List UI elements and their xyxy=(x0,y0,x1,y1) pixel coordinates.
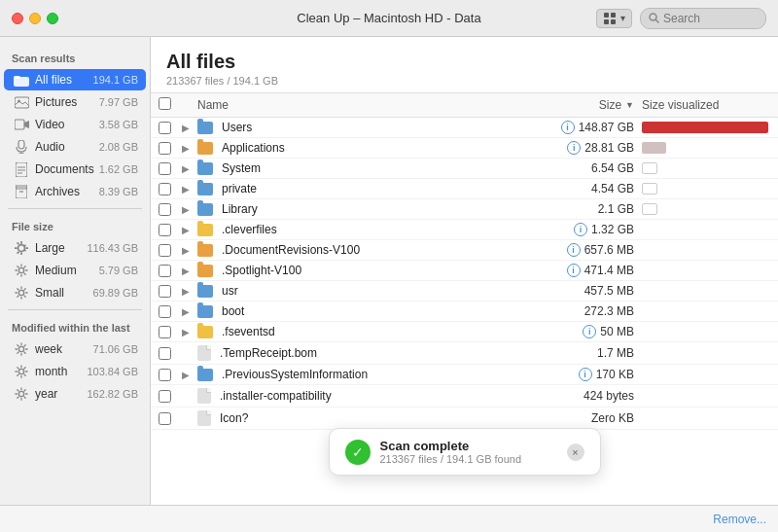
sidebar-size: 7.97 GB xyxy=(99,96,138,108)
row-check[interactable] xyxy=(159,285,182,298)
row-expand[interactable]: ▶ xyxy=(182,286,197,297)
table-row: ▶ Applications i 28.81 GB xyxy=(151,138,778,159)
maximize-button[interactable] xyxy=(47,13,58,24)
sidebar-item-week[interactable]: week 71.06 GB xyxy=(4,338,146,360)
row-checkbox[interactable] xyxy=(159,390,171,403)
sidebar-label: Video xyxy=(35,118,99,131)
toast-close-button[interactable]: × xyxy=(567,443,584,461)
row-checkbox[interactable] xyxy=(159,265,171,277)
check-icon: ✓ xyxy=(345,440,371,465)
row-check[interactable] xyxy=(159,347,182,360)
row-check[interactable] xyxy=(159,122,182,134)
sidebar-item-month[interactable]: month 103.84 GB xyxy=(4,361,146,382)
search-box[interactable] xyxy=(640,8,766,29)
file-size-value: 28.81 GB xyxy=(584,141,634,155)
folder-icon xyxy=(197,162,213,175)
row-checkbox[interactable] xyxy=(159,183,171,195)
vis-bar-outline xyxy=(642,162,657,174)
row-checkbox[interactable] xyxy=(159,369,171,381)
sidebar-label: month xyxy=(35,365,87,378)
sidebar-item-large[interactable]: Large 116.43 GB xyxy=(4,237,146,259)
row-expand[interactable]: ▶ xyxy=(182,370,197,380)
row-check[interactable] xyxy=(159,183,182,195)
row-checkbox[interactable] xyxy=(159,224,171,236)
row-size: 1.7 MB xyxy=(527,346,634,360)
row-check[interactable] xyxy=(159,244,182,257)
minimize-button[interactable] xyxy=(29,13,41,24)
row-size: 4.54 GB xyxy=(527,182,634,195)
row-expand[interactable]: ▶ xyxy=(182,266,197,276)
svg-point-23 xyxy=(18,290,23,295)
row-expand[interactable]: ▶ xyxy=(182,163,197,174)
row-checkbox[interactable] xyxy=(159,203,171,216)
info-icon[interactable]: i xyxy=(567,264,581,277)
info-icon[interactable]: i xyxy=(583,325,596,338)
row-checkbox[interactable] xyxy=(159,347,171,360)
sidebar-item-video[interactable]: Video 3.58 GB xyxy=(4,114,146,135)
search-input[interactable] xyxy=(663,12,758,25)
row-name: .PreviousSystemInformation xyxy=(197,368,527,381)
row-checkbox[interactable] xyxy=(159,244,171,257)
row-check[interactable] xyxy=(159,305,182,318)
sidebar-item-small[interactable]: Small 69.89 GB xyxy=(4,282,146,303)
remove-button[interactable]: Remove... xyxy=(713,513,766,526)
row-checkbox[interactable] xyxy=(159,305,171,318)
row-size: 272.3 MB xyxy=(527,304,634,318)
info-icon[interactable]: i xyxy=(567,243,581,257)
row-expand[interactable]: ▶ xyxy=(182,225,197,235)
row-expand[interactable]: ▶ xyxy=(182,184,197,195)
close-button[interactable] xyxy=(12,13,23,24)
sidebar-item-audio[interactable]: Audio 2.08 GB xyxy=(4,136,146,158)
row-check[interactable] xyxy=(159,369,182,381)
row-check[interactable] xyxy=(159,142,182,155)
svg-point-26 xyxy=(18,391,23,396)
row-expand[interactable]: ▶ xyxy=(182,143,197,154)
row-expand[interactable]: ▶ xyxy=(182,327,197,337)
info-icon[interactable]: i xyxy=(574,223,587,236)
sidebar-item-year[interactable]: year 162.82 GB xyxy=(4,383,146,405)
sidebar-size: 5.79 GB xyxy=(99,265,138,276)
audio-icon xyxy=(14,139,29,155)
folder-icon xyxy=(197,285,213,298)
row-expand[interactable]: ▶ xyxy=(182,245,197,256)
table-row: .TempReceipt.bom 1.7 MB xyxy=(151,342,778,365)
row-check[interactable] xyxy=(159,412,182,425)
row-expand[interactable]: ▶ xyxy=(182,204,197,215)
row-check[interactable] xyxy=(159,326,182,338)
row-check[interactable] xyxy=(159,224,182,236)
header-check[interactable] xyxy=(159,97,182,113)
view-toggle[interactable]: ▾ xyxy=(596,9,632,28)
row-check[interactable] xyxy=(159,162,182,175)
info-icon[interactable]: i xyxy=(567,141,581,155)
sidebar-item-medium[interactable]: Medium 5.79 GB xyxy=(4,260,146,281)
file-name: private xyxy=(222,182,257,195)
sidebar-divider xyxy=(8,208,142,209)
row-size: i 148.87 GB xyxy=(527,121,634,134)
row-check[interactable] xyxy=(159,265,182,277)
sort-arrow-icon: ▼ xyxy=(625,100,634,110)
header-size[interactable]: Size ▼ xyxy=(527,98,634,112)
sidebar-item-archives[interactable]: Archives 8.39 GB xyxy=(4,181,146,202)
row-expand[interactable]: ▶ xyxy=(182,306,197,317)
sidebar-label: Audio xyxy=(35,140,99,154)
titlebar: Clean Up – Macintosh HD - Data ▾ xyxy=(0,0,778,37)
row-name: .fseventsd xyxy=(197,325,527,338)
info-icon[interactable]: i xyxy=(561,121,575,134)
sidebar-item-pictures[interactable]: Pictures 7.97 GB xyxy=(4,91,146,113)
row-checkbox[interactable] xyxy=(159,326,171,338)
row-name: Library xyxy=(197,202,527,216)
row-check[interactable] xyxy=(159,390,182,403)
sidebar-item-all-files[interactable]: All files 194.1 GB xyxy=(4,69,146,90)
row-checkbox[interactable] xyxy=(159,285,171,298)
row-expand[interactable]: ▶ xyxy=(182,123,197,133)
info-icon[interactable]: i xyxy=(579,368,592,381)
row-vis xyxy=(634,142,770,154)
row-checkbox[interactable] xyxy=(159,122,171,134)
row-check[interactable] xyxy=(159,203,182,216)
row-checkbox[interactable] xyxy=(159,162,171,175)
sidebar-item-documents[interactable]: Documents 1.62 GB xyxy=(4,159,146,180)
row-checkbox[interactable] xyxy=(159,412,171,425)
row-checkbox[interactable] xyxy=(159,142,171,155)
select-all-checkbox[interactable] xyxy=(159,97,171,110)
sidebar-size: 8.39 GB xyxy=(99,186,138,197)
